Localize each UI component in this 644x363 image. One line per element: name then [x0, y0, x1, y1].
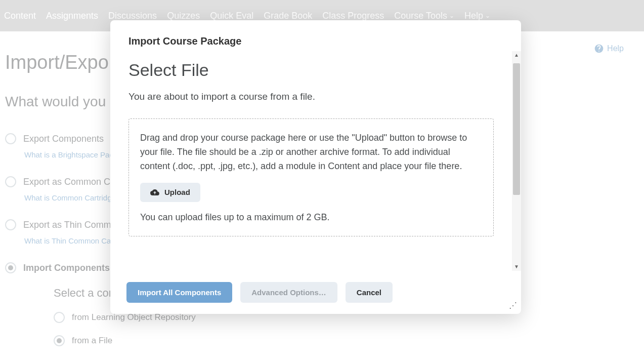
dropzone-instructions: Drag and drop your course package here o… — [140, 131, 482, 174]
modal-title: Import Course Package — [110, 20, 521, 51]
import-all-components-button[interactable]: Import All Components — [126, 282, 232, 303]
scrollbar-thumb[interactable] — [513, 63, 520, 195]
upload-button-label: Upload — [164, 188, 190, 196]
select-file-title: Select File — [128, 60, 494, 80]
modal-footer: Import All Components Advanced Options… … — [110, 271, 521, 314]
modal-body: Select File You are about to import a co… — [110, 51, 512, 271]
import-course-package-modal: Import Course Package Select File You ar… — [110, 20, 521, 314]
select-file-description: You are about to import a course from a … — [128, 91, 494, 102]
modal-scrollbar[interactable]: ▲ ▼ — [512, 51, 521, 271]
advanced-options-button[interactable]: Advanced Options… — [240, 282, 337, 303]
resize-handle-icon[interactable]: ⋰ — [509, 302, 517, 310]
upload-icon — [150, 188, 159, 197]
upload-button[interactable]: Upload — [140, 183, 200, 202]
scroll-down-arrow[interactable]: ▼ — [512, 263, 521, 271]
file-dropzone[interactable]: Drag and drop your course package here o… — [128, 118, 494, 236]
scroll-up-arrow[interactable]: ▲ — [512, 51, 521, 59]
cancel-button[interactable]: Cancel — [346, 282, 393, 303]
upload-limit-text: You can upload files up to a maximum of … — [140, 212, 482, 223]
